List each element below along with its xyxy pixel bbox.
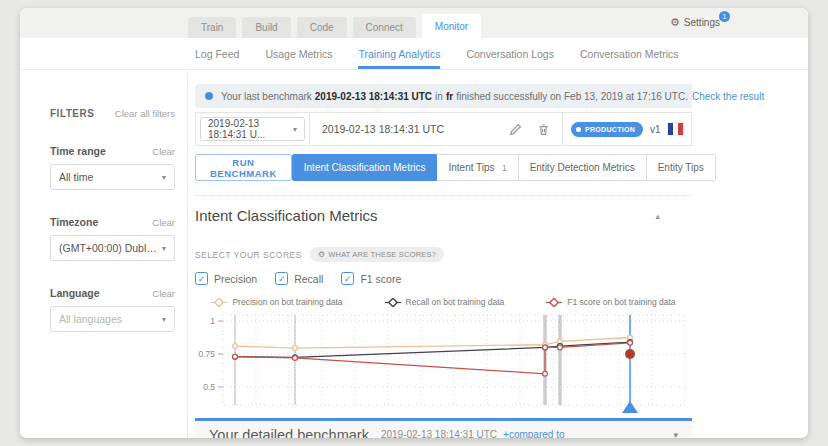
notification-benchmark-time: 2019-02-13 18:14:31 UTC bbox=[315, 91, 432, 102]
section-header: Intent Classification Metrics ▴ bbox=[195, 195, 692, 224]
detailed-benchmark-time: 2019-02-13 18:14:31 UTC bbox=[381, 429, 497, 438]
chevron-down-icon: ▾ bbox=[162, 315, 166, 324]
settings-button[interactable]: ⚙ Settings 1 bbox=[670, 17, 720, 28]
chevron-down-icon[interactable]: ▾ bbox=[673, 430, 678, 439]
selected-benchmark-time: 2019-02-13 18:14:31 UTC bbox=[322, 123, 444, 135]
svg-text:1: 1 bbox=[210, 316, 215, 326]
filters-title: FILTERS bbox=[50, 108, 94, 119]
top-nav-bar: Train Build Code Connect Monitor ⚙ Setti… bbox=[20, 8, 808, 38]
tab-label: Entity Detection Metrics bbox=[530, 162, 635, 173]
checked-checkbox-icon: ✓ bbox=[195, 272, 208, 285]
check-result-link[interactable]: Check the result bbox=[692, 91, 764, 102]
settings-badge: 1 bbox=[719, 11, 730, 22]
time-range-value: All time bbox=[59, 171, 93, 183]
language-select[interactable]: All languages ▾ bbox=[50, 306, 175, 332]
tab-entity-tips[interactable]: Entity Tips bbox=[647, 154, 716, 181]
time-range-select[interactable]: All time ▾ bbox=[50, 164, 175, 190]
app-window: Train Build Code Connect Monitor ⚙ Setti… bbox=[20, 8, 808, 438]
filters-sidebar: FILTERS Clear all filters Time range Cle… bbox=[20, 70, 188, 438]
metrics-tabs: Intent Classification Metrics Intent Tip… bbox=[292, 154, 716, 181]
select-scores-row: SELECT YOUR SCORES ⚙ WHAT ARE THESE SCOR… bbox=[195, 247, 692, 262]
score-checkboxes: ✓ Precision ✓ Recall ✓ F1 score bbox=[195, 272, 692, 285]
production-badge: PRODUCTION bbox=[571, 122, 643, 137]
filter-time-range: Time range Clear All time ▾ bbox=[50, 145, 175, 190]
time-range-label: Time range bbox=[50, 145, 106, 157]
status-dot-icon bbox=[205, 92, 213, 100]
notification-text: Your last benchmark bbox=[221, 91, 312, 102]
legend-item[interactable]: Recall on bot training data bbox=[385, 297, 505, 307]
filter-timezone: Timezone Clear (GMT+00:00) Dublin: Europ… bbox=[50, 216, 175, 261]
trash-icon[interactable] bbox=[537, 123, 550, 136]
subtab-conversation-metrics[interactable]: Conversation Metrics bbox=[580, 38, 679, 69]
french-flag-icon bbox=[668, 123, 683, 135]
time-range-clear-link[interactable]: Clear bbox=[152, 146, 175, 157]
compared-to-link[interactable]: +compared to bbox=[503, 429, 564, 438]
svg-text:0.5: 0.5 bbox=[203, 382, 215, 392]
notification-suffix: finished successfully on Feb 13, 2019 at… bbox=[456, 91, 688, 102]
tab-code[interactable]: Code bbox=[297, 17, 347, 38]
scores-help-label: WHAT ARE THESE SCORES? bbox=[328, 250, 436, 259]
monitor-sub-nav: Log Feed Usage Metrics Training Analytic… bbox=[20, 38, 808, 70]
tab-label: Intent Classification Metrics bbox=[304, 162, 426, 173]
info-gear-icon: ⚙ bbox=[318, 250, 325, 259]
language-label: Language bbox=[50, 287, 100, 299]
subtab-conversation-logs[interactable]: Conversation Logs bbox=[466, 38, 554, 69]
section-title: Intent Classification Metrics bbox=[195, 207, 378, 224]
benchmark-dropdown[interactable]: 2019-02-13 18:14:31 U... ▾ bbox=[200, 117, 305, 141]
badge-dot-icon bbox=[576, 127, 581, 132]
benchmark-actions-row: RUN BENCHMARK Intent Classification Metr… bbox=[195, 154, 692, 181]
edit-pencil-icon[interactable] bbox=[509, 123, 522, 136]
checkbox-label: Recall bbox=[294, 273, 323, 285]
timezone-select[interactable]: (GMT+00:00) Dublin: Europe/... ▾ bbox=[50, 235, 175, 261]
timezone-label: Timezone bbox=[50, 216, 98, 228]
legend-label: Precision on bot training data bbox=[232, 297, 342, 307]
gear-icon: ⚙ bbox=[670, 17, 680, 28]
detailed-benchmark-bar[interactable]: Your detailed benchmark 2019-02-13 18:14… bbox=[195, 418, 692, 438]
tab-label: Intent Tips bbox=[448, 162, 494, 173]
chevron-down-icon: ▾ bbox=[162, 244, 166, 253]
run-benchmark-button[interactable]: RUN BENCHMARK bbox=[195, 154, 292, 181]
notification-in: in bbox=[435, 91, 443, 102]
collapse-caret-icon[interactable]: ▴ bbox=[655, 211, 660, 221]
checked-checkbox-icon: ✓ bbox=[275, 272, 288, 285]
language-value: All languages bbox=[59, 313, 122, 325]
checked-checkbox-icon: ✓ bbox=[341, 272, 354, 285]
tab-build[interactable]: Build bbox=[242, 17, 290, 38]
main-content: Your last benchmark 2019-02-13 18:14:31 … bbox=[195, 70, 692, 438]
detailed-benchmark-title: Your detailed benchmark bbox=[209, 427, 369, 439]
legend-marker-icon bbox=[211, 298, 227, 307]
tab-intent-classification-metrics[interactable]: Intent Classification Metrics bbox=[292, 154, 438, 181]
checkbox-f1-score[interactable]: ✓ F1 score bbox=[341, 272, 401, 285]
subtab-usage-metrics[interactable]: Usage Metrics bbox=[265, 38, 332, 69]
language-clear-link[interactable]: Clear bbox=[152, 288, 175, 299]
tab-count-badge: 1 bbox=[502, 163, 507, 173]
notification-language: fr bbox=[446, 91, 453, 102]
tab-label: Entity Tips bbox=[658, 162, 704, 173]
checkbox-recall[interactable]: ✓ Recall bbox=[275, 272, 323, 285]
legend-marker-icon bbox=[546, 298, 562, 307]
tab-train[interactable]: Train bbox=[188, 17, 236, 38]
benchmark-selector-row: 2019-02-13 18:14:31 U... ▾ 2019-02-13 18… bbox=[195, 112, 692, 146]
filter-language: Language Clear All languages ▾ bbox=[50, 287, 175, 332]
metrics-chart: 10.750.5 bbox=[195, 309, 692, 418]
clear-all-filters-link[interactable]: Clear all filters bbox=[115, 108, 175, 119]
legend-item[interactable]: F1 score on bot training data bbox=[546, 297, 675, 307]
settings-label: Settings bbox=[684, 17, 720, 28]
legend-label: F1 score on bot training data bbox=[567, 297, 675, 307]
scores-help-pill[interactable]: ⚙ WHAT ARE THESE SCORES? bbox=[310, 247, 444, 262]
benchmark-dropdown-value: 2019-02-13 18:14:31 U... bbox=[208, 118, 289, 140]
subtab-log-feed[interactable]: Log Feed bbox=[195, 38, 239, 69]
tab-connect[interactable]: Connect bbox=[353, 17, 416, 38]
tab-entity-detection-metrics[interactable]: Entity Detection Metrics bbox=[519, 154, 647, 181]
subtab-training-analytics[interactable]: Training Analytics bbox=[358, 38, 440, 69]
tab-monitor[interactable]: Monitor bbox=[422, 14, 481, 38]
tab-intent-tips[interactable]: Intent Tips 1 bbox=[437, 154, 518, 181]
checkbox-precision[interactable]: ✓ Precision bbox=[195, 272, 257, 285]
line-chart-svg: 10.750.5 bbox=[195, 309, 692, 414]
legend-item[interactable]: Precision on bot training data bbox=[211, 297, 342, 307]
version-label: v1 bbox=[650, 124, 661, 135]
timezone-clear-link[interactable]: Clear bbox=[152, 217, 175, 228]
svg-text:0.75: 0.75 bbox=[198, 349, 215, 359]
chart-legend: Precision on bot training dataRecall on … bbox=[195, 297, 692, 307]
select-scores-label: SELECT YOUR SCORES bbox=[195, 250, 302, 260]
